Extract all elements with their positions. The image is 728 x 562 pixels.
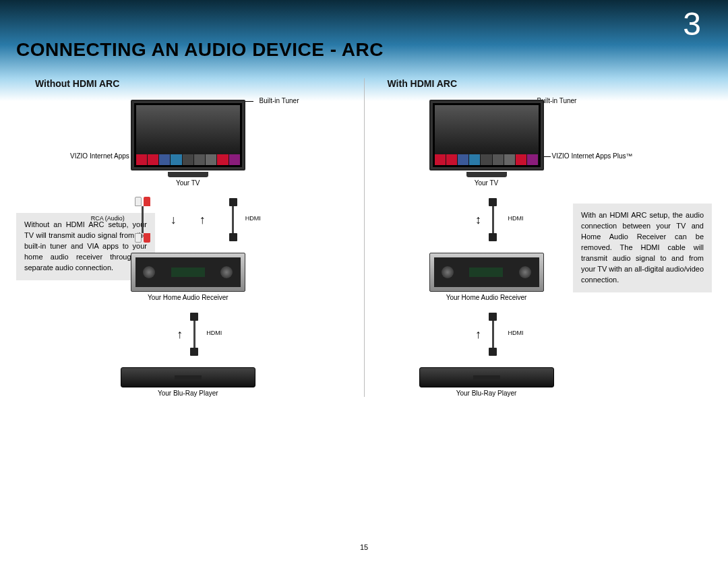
bluray-illustration	[121, 367, 255, 387]
chapter-number: 3	[683, 5, 701, 42]
cable-row-top-left: RCA (Audio) ↓ ↑ HDMI	[138, 189, 238, 250]
tv-illustration: Your TV	[429, 100, 544, 187]
tv-caption-left: Your TV	[131, 179, 245, 187]
receiver-illustration	[131, 253, 245, 292]
diagram-right: Built-in Tuner VIZIO Internet Apps Plus™…	[375, 100, 706, 397]
diagram-left: Built-in Tuner VIZIO Internet Apps Plus™…	[23, 100, 353, 397]
bluray-illustration	[419, 367, 554, 387]
arrow-updown-icon: ↕	[475, 214, 481, 226]
receiver-caption-left: Your Home Audio Receiver	[148, 294, 229, 301]
receiver-caption-right: Your Home Audio Receiver	[429, 294, 544, 301]
hdmi-cable-icon	[488, 313, 497, 356]
app-row-icon	[435, 154, 539, 165]
tv-caption-right: Your TV	[429, 179, 544, 187]
subtitle-left: Without HDMI ARC	[35, 78, 353, 89]
tv-illustration: Your TV	[131, 100, 245, 187]
arrow-up-icon: ↑	[200, 214, 206, 226]
page-number-footer: 15	[360, 543, 368, 551]
hdmi-label-top-right: HDMI	[508, 215, 524, 222]
receiver-illustration	[429, 253, 544, 292]
apps-label-right: VIZIO Internet Apps Plus™	[552, 152, 633, 160]
app-row-icon	[136, 154, 240, 165]
rca-cable-icon	[138, 197, 148, 243]
column-without-arc: Without HDMI ARC Without an HDMI ARC set…	[16, 78, 360, 397]
cable-row-bottom-left: ↑ HDMI	[177, 304, 199, 365]
column-divider	[364, 78, 365, 397]
hdmi-cable-icon	[488, 198, 497, 241]
hdmi-label-bottom-left: HDMI	[206, 330, 222, 336]
hdmi-label-top-left: HDMI	[245, 215, 261, 222]
hdmi-cable-icon	[189, 313, 199, 356]
cable-row-top-right: ↕ HDMI	[429, 189, 544, 250]
arrow-down-icon: ↓	[171, 214, 177, 226]
hdmi-label-bottom-right: HDMI	[508, 330, 524, 336]
rca-label: RCA (Audio)	[91, 215, 125, 222]
tuner-label-left: Built-in Tuner	[260, 97, 299, 104]
bluray-caption-right: Your Blu-Ray Player	[429, 389, 544, 397]
page-title: CONNECTING AN AUDIO DEVICE - ARC	[16, 39, 384, 61]
bluray-caption-left: Your Blu-Ray Player	[158, 389, 218, 397]
cable-row-bottom-right: ↑ HDMI	[429, 304, 544, 365]
content-columns: Without HDMI ARC Without an HDMI ARC set…	[16, 78, 712, 397]
subtitle-right: With HDMI ARC	[388, 78, 706, 89]
hdmi-cable-icon	[229, 198, 238, 241]
arrow-up-icon: ↑	[177, 328, 183, 340]
column-with-arc: With HDMI ARC With an HDMI ARC setup, th…	[369, 78, 712, 397]
arrow-up-icon: ↑	[475, 328, 481, 340]
